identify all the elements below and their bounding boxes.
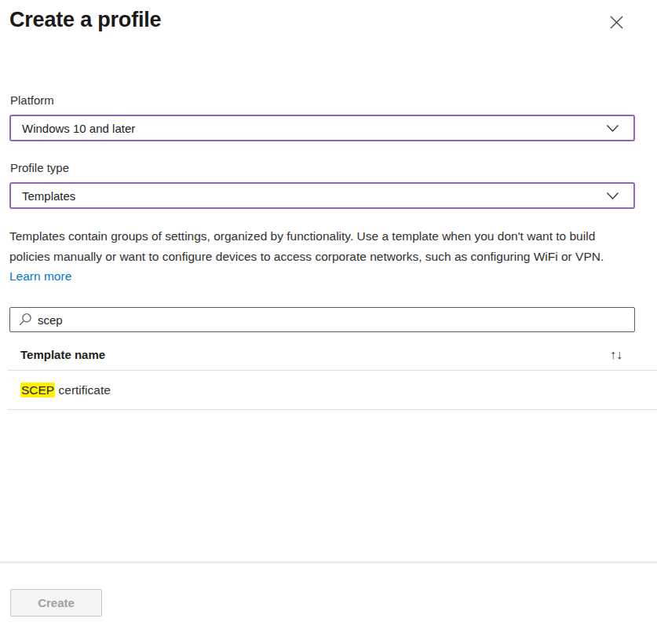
profile-type-dropdown-value: Templates bbox=[22, 189, 75, 203]
page-title: Create a profile bbox=[9, 8, 161, 32]
learn-more-link[interactable]: Learn more bbox=[9, 269, 71, 283]
close-button[interactable] bbox=[601, 8, 631, 36]
platform-dropdown-value: Windows 10 and later bbox=[22, 122, 135, 135]
table-row-scep-certificate[interactable]: SCEP certificate bbox=[8, 371, 657, 410]
chevron-down-icon bbox=[606, 192, 622, 200]
profile-type-label: Profile type bbox=[10, 161, 69, 174]
platform-dropdown[interactable]: Windows 10 and later bbox=[9, 115, 635, 141]
templates-description: Templates contain groups of settings, or… bbox=[9, 226, 623, 287]
create-button[interactable]: Create bbox=[10, 589, 102, 617]
description-text: Templates contain groups of settings, or… bbox=[9, 229, 604, 263]
footer-divider bbox=[0, 562, 657, 563]
row-text-rest: certificate bbox=[55, 383, 111, 397]
table-header: Template name ↑↓ bbox=[8, 339, 657, 371]
profile-type-dropdown[interactable]: Templates bbox=[9, 182, 635, 209]
column-header-template-name: Template name bbox=[20, 348, 105, 361]
sort-icon[interactable]: ↑↓ bbox=[610, 348, 622, 362]
chevron-down-icon bbox=[606, 124, 622, 133]
search-icon bbox=[18, 313, 32, 327]
platform-label: Platform bbox=[10, 93, 54, 107]
template-table: Template name ↑↓ SCEP certificate bbox=[8, 339, 657, 410]
close-icon bbox=[608, 14, 625, 31]
create-profile-panel: Create a profile Platform Windows 10 and… bbox=[0, 0, 657, 644]
row-text: SCEP certificate bbox=[20, 383, 111, 397]
template-search-box[interactable] bbox=[9, 307, 635, 332]
search-match-highlight: SCEP bbox=[20, 382, 55, 397]
search-input[interactable] bbox=[38, 313, 626, 327]
